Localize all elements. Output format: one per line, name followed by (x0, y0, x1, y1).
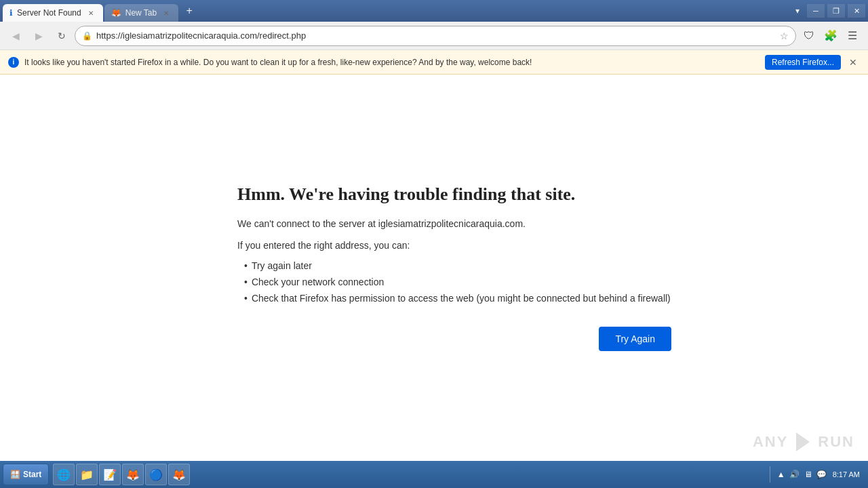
notification-bar: i It looks like you haven't started Fire… (0, 50, 868, 75)
shield-button[interactable]: 🛡 (799, 26, 819, 46)
lock-icon: 🔒 (82, 31, 92, 41)
reload-button[interactable]: ↻ (52, 26, 72, 46)
taskbar-items: 🌐 📁 📝 🦊 🔵 🦊 (50, 464, 766, 485)
tab-new-tab[interactable]: 🦊 New Tab ✕ (104, 4, 178, 22)
taskbar-item-notepad[interactable]: 📝 (99, 464, 121, 485)
taskbar-item-explorer[interactable]: 📁 (76, 464, 98, 485)
new-tab-button[interactable]: + (180, 2, 199, 20)
close-window-button[interactable]: ✕ (848, 4, 865, 18)
tab-new-label: New Tab (125, 8, 157, 18)
tab-label: Server Not Found (17, 8, 81, 18)
taskbar-tray: ▲ 🔊 🖥 💬 8:17 AM (773, 469, 865, 480)
suggestion-item: Try again later (244, 258, 671, 274)
suggestion-text-2: Check that Firefox has permission to acc… (252, 293, 671, 304)
error-instruction: If you entered the right address, you ca… (237, 240, 671, 251)
watermark-icon (791, 430, 815, 454)
notification-icon: i (8, 57, 19, 68)
tray-action-center[interactable]: 💬 (816, 469, 827, 480)
error-title: Hmm. We're having trouble finding that s… (237, 184, 671, 205)
start-label: Start (23, 470, 41, 479)
window-controls: ─ ❐ ✕ (807, 4, 865, 18)
suggestion-text-1: Check your network connection (252, 277, 384, 287)
toolbar-right: 🛡 🧩 ☰ (799, 26, 863, 46)
back-button[interactable]: ◀ (5, 26, 26, 46)
tray-separator (770, 466, 770, 483)
tray-volume-icon[interactable]: 🔊 (789, 469, 800, 480)
tab-info-icon: ℹ (9, 8, 13, 18)
toolbar: ◀ ▶ ↻ 🔒 ☆ 🛡 🧩 ☰ (0, 22, 868, 50)
main-content-area: Hmm. We're having trouble finding that s… (0, 75, 868, 461)
error-subtitle: We can't connect to the server at iglesi… (237, 218, 671, 229)
forward-button[interactable]: ▶ (28, 26, 49, 46)
svg-marker-0 (796, 432, 810, 451)
watermark: ANY RUN (753, 430, 854, 454)
titlebar: ℹ Server Not Found ✕ 🦊 New Tab ✕ + ▾ ─ ❐… (0, 0, 868, 22)
notification-close-button[interactable]: ✕ (846, 56, 860, 69)
start-button[interactable]: 🪟 Start (3, 464, 49, 485)
tab-server-not-found[interactable]: ℹ Server Not Found ✕ (3, 4, 103, 22)
refresh-firefox-button[interactable]: Refresh Firefox... (765, 55, 841, 70)
suggestion-text-0: Try again later (252, 260, 312, 271)
taskbar-item-firefox[interactable]: 🦊 (122, 464, 144, 485)
taskbar-item-firefox2[interactable]: 🦊 (168, 464, 190, 485)
error-suggestions: Try again later Check your network conne… (244, 258, 671, 306)
minimize-button[interactable]: ─ (807, 4, 825, 18)
taskbar-item-ie[interactable]: 🌐 (53, 464, 75, 485)
address-bar[interactable]: 🔒 ☆ (75, 26, 796, 46)
start-icon: 🪟 (10, 470, 20, 479)
tray-up-arrow[interactable]: ▲ (776, 469, 787, 480)
address-input[interactable] (96, 30, 776, 41)
try-again-button[interactable]: Try Again (599, 327, 671, 351)
tab-list-button[interactable]: ▾ (789, 2, 806, 20)
bookmark-icon[interactable]: ☆ (780, 30, 789, 41)
restore-button[interactable]: ❐ (827, 4, 845, 18)
extensions-button[interactable]: 🧩 (821, 26, 841, 46)
tray-time[interactable]: 8:17 AM (830, 470, 863, 479)
error-container: Hmm. We're having trouble finding that s… (197, 184, 671, 351)
taskbar: 🪟 Start 🌐 📁 📝 🦊 🔵 🦊 ▲ 🔊 🖥 💬 8:17 AM (0, 461, 868, 488)
tab-close-button[interactable]: ✕ (85, 7, 96, 18)
notification-message: It looks like you haven't started Firefo… (24, 58, 760, 67)
tray-network-icon[interactable]: 🖥 (803, 469, 814, 480)
suggestion-item: Check your network connection (244, 274, 671, 290)
tab-new-close-button[interactable]: ✕ (161, 7, 172, 18)
taskbar-item-app[interactable]: 🔵 (145, 464, 167, 485)
tab-firefox-icon: 🦊 (111, 8, 121, 18)
suggestion-item: Check that Firefox has permission to acc… (244, 290, 671, 306)
menu-button[interactable]: ☰ (842, 26, 863, 46)
